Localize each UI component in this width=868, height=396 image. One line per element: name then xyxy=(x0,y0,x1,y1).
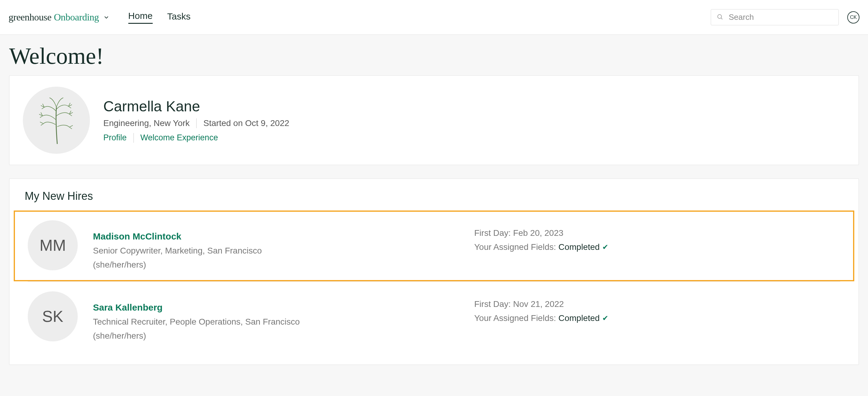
first-day-label: First Day: xyxy=(474,228,513,238)
new-hires-title: My New Hires xyxy=(9,179,859,207)
profile-name: Carmella Kane xyxy=(103,98,289,115)
hire-assigned-fields: Your Assigned Fields: Completed ✔ xyxy=(474,242,840,252)
brand-secondary: Onboarding xyxy=(54,11,99,23)
brand-switcher[interactable]: greenhouse Onboarding xyxy=(8,11,110,23)
svg-line-1 xyxy=(721,18,722,19)
hire-details: Sara Kallenberg Technical Recruiter, Peo… xyxy=(93,291,459,341)
search-input[interactable] xyxy=(729,12,833,22)
welcome-experience-link[interactable]: Welcome Experience xyxy=(141,133,218,142)
assigned-label: Your Assigned Fields: xyxy=(474,313,556,323)
hire-pronouns: (she/her/hers) xyxy=(93,331,459,341)
hire-row[interactable]: SK Sara Kallenberg Technical Recruiter, … xyxy=(9,282,859,352)
search-icon xyxy=(716,13,723,21)
hire-pronouns: (she/her/hers) xyxy=(93,260,459,270)
hire-name-link[interactable]: Sara Kallenberg xyxy=(93,302,459,313)
brand-primary: greenhouse xyxy=(8,11,52,23)
first-day-value: Nov 21, 2022 xyxy=(513,299,564,309)
profile-start-date: Started on Oct 9, 2022 xyxy=(203,118,289,128)
top-navigation: greenhouse Onboarding Home Tasks CK xyxy=(0,0,868,35)
page-title: Welcome! xyxy=(0,35,868,75)
current-user-avatar[interactable]: CK xyxy=(847,11,860,24)
plant-icon xyxy=(33,94,79,146)
assigned-value: Completed xyxy=(558,313,599,323)
profile-dept-location: Engineering, New York xyxy=(103,118,190,128)
profile-info: Carmella Kane Engineering, New York Star… xyxy=(103,98,289,143)
first-day-value: Feb 20, 2023 xyxy=(513,228,563,238)
hire-description: Technical Recruiter, People Operations, … xyxy=(93,317,459,327)
svg-point-0 xyxy=(718,15,722,18)
hire-first-day: First Day: Feb 20, 2023 xyxy=(474,228,840,238)
divider xyxy=(133,133,134,143)
hire-status: First Day: Feb 20, 2023 Your Assigned Fi… xyxy=(474,220,840,252)
hire-name-link[interactable]: Madison McClintock xyxy=(93,231,459,242)
profile-meta: Engineering, New York Started on Oct 9, … xyxy=(103,118,289,128)
nav-tasks[interactable]: Tasks xyxy=(167,11,191,24)
hire-status: First Day: Nov 21, 2022 Your Assigned Fi… xyxy=(474,291,840,323)
hire-avatar: MM xyxy=(28,220,78,270)
topbar-right: CK xyxy=(711,9,860,25)
profile-link[interactable]: Profile xyxy=(103,133,127,142)
profile-card: Carmella Kane Engineering, New York Star… xyxy=(9,75,859,165)
chevron-down-icon xyxy=(103,14,110,21)
primary-nav: Home Tasks xyxy=(128,11,191,24)
hire-row[interactable]: MM Madison McClintock Senior Copywriter,… xyxy=(14,210,854,281)
nav-home[interactable]: Home xyxy=(128,11,153,24)
new-hires-card: My New Hires MM Madison McClintock Senio… xyxy=(9,178,859,365)
hire-details: Madison McClintock Senior Copywriter, Ma… xyxy=(93,220,459,270)
hire-first-day: First Day: Nov 21, 2022 xyxy=(474,299,840,309)
divider xyxy=(196,118,196,128)
search-box[interactable] xyxy=(711,9,839,25)
check-icon: ✔ xyxy=(602,314,608,322)
check-icon: ✔ xyxy=(602,243,608,251)
hire-description: Senior Copywriter, Marketing, San Franci… xyxy=(93,246,459,256)
assigned-value: Completed xyxy=(558,242,599,252)
profile-avatar xyxy=(23,87,90,154)
assigned-label: Your Assigned Fields: xyxy=(474,242,556,252)
hire-avatar: SK xyxy=(28,291,78,341)
first-day-label: First Day: xyxy=(474,299,513,309)
hire-assigned-fields: Your Assigned Fields: Completed ✔ xyxy=(474,313,840,323)
profile-links: Profile Welcome Experience xyxy=(103,133,289,143)
